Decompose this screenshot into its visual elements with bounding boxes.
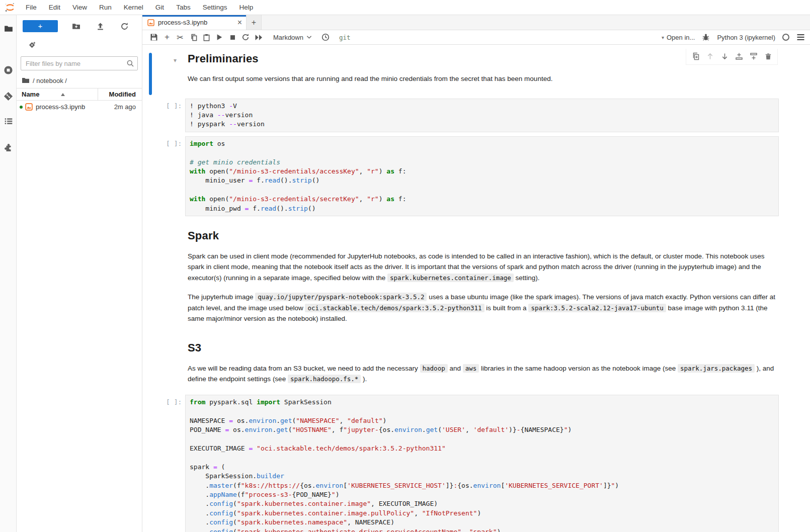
move-cell-down-icon[interactable] xyxy=(719,51,730,61)
menu-item-edit[interactable]: Edit xyxy=(43,0,66,15)
menu-item-tabs[interactable]: Tabs xyxy=(170,0,197,15)
running-kernels-icon[interactable] xyxy=(0,60,17,79)
cut-cells-icon[interactable]: ✂ xyxy=(174,31,187,43)
jupyter-logo-icon xyxy=(5,3,16,13)
notebook-file-icon xyxy=(25,103,33,111)
execution-time-icon[interactable] xyxy=(319,31,332,43)
notebook-menu-icon[interactable] xyxy=(796,34,805,41)
markdown-cell-preliminaries[interactable]: ▾ Preliminaries We can first output some… xyxy=(142,45,810,95)
menu-bar: FileEditViewRunKernelGitTabsSettingsHelp xyxy=(0,0,810,15)
markdown-paragraph: Spark can be used in client mode (recomm… xyxy=(188,251,779,284)
main-area: process-s3.ipynb × + + ✂ xyxy=(142,15,810,532)
run-cell-icon[interactable] xyxy=(213,31,226,43)
open-in-dropdown[interactable]: ▾ Open in... xyxy=(662,34,695,41)
restart-run-all-icon[interactable] xyxy=(252,31,265,43)
table-of-contents-icon[interactable] xyxy=(0,112,17,131)
move-cell-up-icon[interactable] xyxy=(705,51,715,61)
file-browser-panel: + / notebook / xyxy=(17,15,142,532)
notebook-file-icon xyxy=(147,19,154,26)
column-header-name[interactable]: Name xyxy=(17,91,98,98)
tab-label: process-s3.ipynb xyxy=(158,19,207,26)
menu-item-settings[interactable]: Settings xyxy=(197,0,233,15)
file-browser-toolbar: + xyxy=(17,15,142,37)
markdown-cell-spark[interactable]: Spark Spark can be used in client mode (… xyxy=(188,229,779,324)
extension-manager-icon[interactable] xyxy=(0,138,17,157)
code-cell-spark-session: [ ]: from pyspark.sql import SparkSessio… xyxy=(142,395,810,532)
menu-bar-items: FileEditViewRunKernelGitTabsSettingsHelp xyxy=(20,0,259,15)
code-editor[interactable]: ! python3 -V! java --version! pyspark --… xyxy=(185,99,779,132)
cell-toolbar xyxy=(686,49,778,65)
menu-item-view[interactable]: View xyxy=(66,0,93,15)
code-cell-credentials: [ ]: import os # get minio credentialswi… xyxy=(142,136,810,216)
jupyterlab-app: FileEditViewRunKernelGitTabsSettingsHelp… xyxy=(0,0,810,532)
insert-cell-icon[interactable]: + xyxy=(160,31,174,43)
new-launcher-button[interactable]: + xyxy=(23,20,58,32)
menu-item-file[interactable]: File xyxy=(20,0,43,15)
sort-ascending-icon xyxy=(60,93,65,97)
menu-item-kernel[interactable]: Kernel xyxy=(118,0,149,15)
file-modified-label: 2m ago xyxy=(102,103,142,111)
interrupt-kernel-icon[interactable] xyxy=(226,31,239,43)
unsaved-changes-dot-icon xyxy=(20,106,23,109)
paste-cells-icon[interactable] xyxy=(200,31,213,43)
notebook-toolbar: + ✂ Markdown xyxy=(142,30,810,45)
new-tab-button[interactable]: + xyxy=(247,15,262,30)
git-clone-icon[interactable] xyxy=(29,41,36,49)
file-browser-tab-icon[interactable] xyxy=(0,19,17,38)
insert-cell-above-icon[interactable] xyxy=(734,51,744,61)
insert-cell-below-icon[interactable] xyxy=(749,51,759,61)
filter-files xyxy=(21,56,138,70)
chevron-down-icon xyxy=(306,35,312,39)
kernel-status-icon xyxy=(782,34,789,41)
restart-kernel-icon[interactable] xyxy=(239,31,252,43)
heading-collapser-icon[interactable]: ▾ xyxy=(174,57,177,64)
section-heading: S3 xyxy=(188,341,779,354)
code-editor[interactable]: from pyspark.sql import SparkSession NAM… xyxy=(185,395,779,532)
input-prompt: [ ]: xyxy=(166,102,182,110)
new-folder-icon[interactable] xyxy=(70,20,82,32)
menu-item-git[interactable]: Git xyxy=(149,0,170,15)
save-icon[interactable] xyxy=(147,31,160,43)
code-editor[interactable]: import os # get minio credentialswith op… xyxy=(185,136,779,216)
tab-bar: process-s3.ipynb × + xyxy=(142,15,810,30)
markdown-cell-s3[interactable]: S3 As we will be reading data from an S3… xyxy=(188,341,779,385)
delete-cell-icon[interactable] xyxy=(763,51,773,61)
file-row[interactable]: process-s3.ipynb 2m ago xyxy=(17,101,142,113)
search-icon xyxy=(126,59,134,67)
home-folder-icon xyxy=(22,76,30,84)
duplicate-cell-icon[interactable] xyxy=(690,51,700,61)
copy-cells-icon[interactable] xyxy=(187,31,200,43)
activity-bar xyxy=(0,15,17,532)
input-prompt: [ ]: xyxy=(166,140,182,147)
file-name-label: process-s3.ipynb xyxy=(36,103,85,111)
refresh-icon[interactable] xyxy=(118,20,130,32)
file-list-header: Name Modified xyxy=(17,88,142,101)
debugger-bug-icon[interactable] xyxy=(702,33,710,41)
markdown-paragraph: As we will be reading data from an S3 bu… xyxy=(188,363,779,385)
markdown-paragraph: We can first output some versions that a… xyxy=(188,73,779,84)
kernel-name-label[interactable]: Python 3 (ipykernel) xyxy=(717,34,775,41)
breadcrumb-path: / notebook / xyxy=(33,77,67,84)
toolbar-right: ▾ Open in... Python 3 (ipykernel) xyxy=(662,33,805,41)
active-cell-indicator[interactable] xyxy=(149,53,152,95)
breadcrumb[interactable]: / notebook / xyxy=(17,73,142,88)
menu-item-run[interactable]: Run xyxy=(93,0,118,15)
cell-type-dropdown[interactable]: Markdown xyxy=(273,34,312,41)
input-prompt: [ ]: xyxy=(166,398,182,406)
menu-item-help[interactable]: Help xyxy=(233,0,259,15)
notebook-content: ▾ Preliminaries We can first output some… xyxy=(142,45,810,532)
code-cell-versions: [ ]: ! python3 -V! java --version! pyspa… xyxy=(142,99,810,132)
caret-down-icon: ▾ xyxy=(662,35,664,40)
tab-process-s3[interactable]: process-s3.ipynb × xyxy=(142,15,247,30)
git-clone-row xyxy=(17,37,142,52)
column-header-modified[interactable]: Modified xyxy=(98,88,142,101)
close-tab-icon[interactable]: × xyxy=(237,19,242,26)
git-panel-icon[interactable] xyxy=(0,86,17,106)
git-status-label: git xyxy=(339,34,351,41)
filter-files-input[interactable] xyxy=(21,56,138,70)
upload-icon[interactable] xyxy=(94,20,106,32)
markdown-paragraph: The jupyterhub image quay.io/jupyter/pys… xyxy=(188,292,779,324)
section-heading: Spark xyxy=(188,229,779,242)
